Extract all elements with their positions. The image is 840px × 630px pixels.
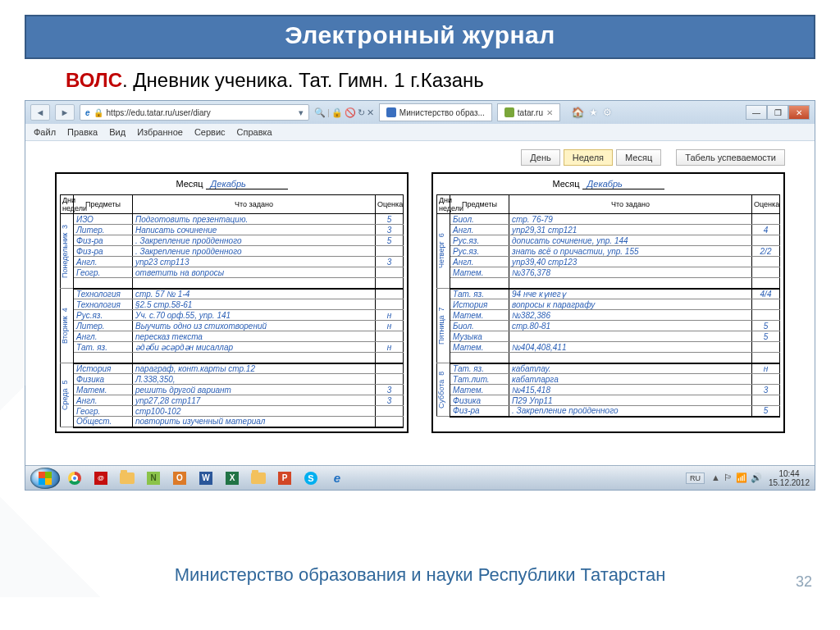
minimize-button[interactable]: — — [746, 105, 767, 120]
cell-subject: Тат. яз. — [74, 342, 133, 353]
cell-grade — [752, 267, 780, 278]
cell-task: №415,418 — [509, 385, 752, 395]
browser-tab[interactable]: tatar.ru✕ — [497, 103, 560, 121]
menu-favorites[interactable]: Избранное — [137, 127, 183, 137]
menu-help[interactable]: Справка — [237, 127, 272, 137]
cell-task: знать всё о причастии, упр. 155 — [509, 246, 752, 257]
cell-task: упр23 стр113 — [133, 257, 376, 267]
taskbar-ppt-icon[interactable]: P — [273, 468, 296, 488]
cell-subject: Литер. — [74, 321, 133, 331]
browser-toolbar: ◄ ► e 🔒 ▾ 🔍| 🔒 🚫 ↻ ✕ Министерство образ.… — [25, 101, 815, 124]
lock-action-icon[interactable]: 🔒 — [331, 107, 343, 118]
cell-grade: 3 — [376, 257, 404, 267]
toolbar-actions: 🔍| 🔒 🚫 ↻ ✕ — [314, 107, 374, 118]
cell-task: §2.5 стр.58-61 — [133, 299, 376, 310]
taskbar-outlook-icon[interactable]: O — [168, 468, 191, 488]
slide-subtitle: ВОЛС. Дневник ученика. Тат. Гимн. 1 г.Ка… — [66, 69, 807, 92]
col-task: Что задано — [509, 195, 752, 214]
view-day-button[interactable]: День — [521, 149, 559, 166]
tray-sound-icon[interactable]: 🔊 — [751, 472, 762, 483]
cell-grade: 3 — [376, 385, 404, 395]
cell-grade: 5 — [376, 235, 404, 246]
cell-task: кабатлау. — [509, 363, 752, 374]
day-cell: Понедельник 3 — [61, 214, 74, 289]
blocked-icon[interactable]: 🚫 — [345, 107, 356, 118]
cell-subject: Матем. — [450, 267, 509, 278]
close-button[interactable]: ✕ — [788, 105, 810, 120]
view-controls: День Неделя Месяц Табель успеваемости — [55, 149, 785, 166]
cell-grade — [752, 257, 780, 267]
favorites-icon[interactable]: ★ — [589, 107, 598, 118]
language-indicator[interactable]: RU — [686, 472, 705, 484]
taskbar-ie-icon[interactable]: e — [326, 468, 349, 488]
menu-edit[interactable]: Правка — [67, 127, 98, 137]
cell-task: пересказ текста — [133, 331, 376, 342]
diary-right-page: Месяц Декабрь Дни недели Предметы Что за… — [431, 172, 785, 433]
menu-file[interactable]: Файл — [34, 127, 56, 137]
cell-grade — [376, 246, 404, 257]
cell-grade — [752, 395, 780, 406]
taskbar-notepad-icon[interactable]: N — [142, 468, 165, 488]
browser-tab[interactable]: Министерство образ... — [379, 103, 492, 121]
view-report-button[interactable]: Табель успеваемости — [676, 149, 785, 166]
menu-view[interactable]: Вид — [109, 127, 126, 137]
cell-subject: Технология — [74, 299, 133, 310]
forward-button[interactable]: ► — [55, 104, 75, 121]
taskbar-clock[interactable]: 10:44 15.12.2012 — [769, 469, 810, 487]
tray-flag-icon[interactable]: 🏳 — [724, 472, 733, 483]
taskbar-word-icon[interactable]: W — [194, 468, 217, 488]
cell-grade: 2/2 — [752, 246, 780, 257]
cell-grade: 4/4 — [752, 289, 780, 299]
taskbar-explorer-icon[interactable] — [116, 468, 139, 488]
cell-subject: Физика — [74, 374, 133, 385]
url-input[interactable] — [107, 108, 295, 117]
lock-icon: 🔒 — [94, 108, 103, 117]
diary-table-left: Дни недели Предметы Что задано Оценка По… — [60, 194, 404, 428]
stop-icon[interactable]: ✕ — [367, 107, 374, 118]
cell-subject: Биол. — [450, 214, 509, 225]
cell-subject: Тат.лит. — [450, 374, 509, 385]
url-dropdown-icon[interactable]: ▾ — [299, 107, 304, 118]
tab-label: tatar.ru — [518, 108, 543, 117]
cell-grade: 5 — [752, 331, 780, 342]
tab-close-icon[interactable]: ✕ — [546, 108, 553, 117]
cell-task: вопросы к параграфу — [509, 299, 752, 310]
cell-grade — [752, 374, 780, 385]
cell-grade — [752, 353, 780, 363]
cell-subject: Матем. — [450, 342, 509, 353]
cell-subject: Тат. яз. — [450, 289, 509, 299]
taskbar-excel-icon[interactable]: X — [221, 468, 244, 488]
cell-task: №376,378 — [509, 267, 752, 278]
search-icon[interactable]: 🔍 — [314, 107, 326, 118]
cell-task: упр27,28 стр117 — [133, 395, 376, 406]
menu-tools[interactable]: Сервис — [194, 127, 226, 137]
cell-task: параграф, конт.карты стр.12 — [133, 363, 376, 374]
tray-up-icon[interactable]: ▲ — [711, 472, 720, 483]
cell-grade — [376, 374, 404, 385]
cell-subject: История — [74, 363, 133, 374]
cell-grade — [752, 342, 780, 353]
tab-favicon-icon — [386, 107, 396, 117]
view-month-button[interactable]: Месяц — [616, 149, 661, 166]
cell-subject: Матем. — [74, 385, 133, 395]
maximize-button[interactable]: ❐ — [767, 105, 788, 120]
cell-task: упр39,40 стр123 — [509, 257, 752, 267]
view-week-button[interactable]: Неделя — [564, 149, 613, 166]
cell-grade: 4 — [752, 225, 780, 235]
day-cell: Четверг 6 — [437, 214, 450, 289]
cell-task: . Закрепление пройденного — [133, 246, 376, 257]
settings-icon[interactable]: ⚙ — [603, 107, 612, 118]
home-icon[interactable]: 🏠 — [572, 107, 584, 118]
col-day: Дни недели — [437, 195, 450, 214]
taskbar-skype-icon[interactable]: S — [299, 468, 322, 488]
cell-grade: 3 — [376, 395, 404, 406]
taskbar-folder-icon[interactable] — [247, 468, 270, 488]
cell-subject — [74, 353, 133, 363]
cell-grade: 3 — [376, 225, 404, 235]
cell-grade — [376, 278, 404, 289]
taskbar: @ N O W X P S e RU ▲ 🏳 📶 🔊 10:44 15.12.2… — [25, 465, 815, 490]
tray-network-icon[interactable]: 📶 — [736, 472, 747, 483]
address-bar[interactable]: e 🔒 ▾ — [80, 104, 309, 121]
refresh-icon[interactable]: ↻ — [358, 107, 365, 118]
back-button[interactable]: ◄ — [30, 104, 50, 121]
